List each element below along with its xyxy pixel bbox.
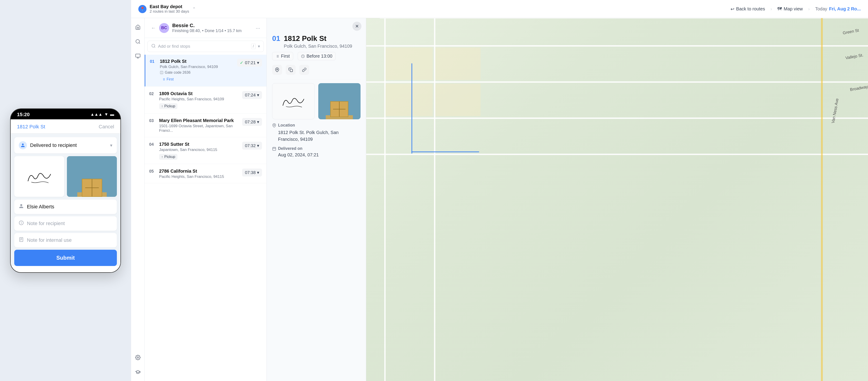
stop-number: 02: [149, 91, 156, 96]
left-sidebar: [131, 18, 145, 381]
svg-rect-31: [273, 147, 276, 151]
stop-pickup-tag: ↑ Pickup: [159, 103, 178, 109]
note-doc-icon: [19, 237, 24, 243]
link-action-btn[interactable]: [299, 65, 309, 75]
note-recipient-row[interactable]: Note for recipient: [14, 216, 117, 231]
first-label: First: [281, 54, 290, 59]
map-road-h5: [366, 154, 868, 155]
detail-top-bar: ✕: [267, 18, 366, 34]
driver-sub: Finishing 08:40, • Done 1/14 • 15.7 km: [172, 29, 252, 33]
info-circle-icon: [19, 220, 24, 227]
time-chevron-icon[interactable]: ▾: [257, 119, 259, 125]
time-chevron-icon[interactable]: ▾: [257, 170, 259, 175]
person-icon: [19, 141, 27, 149]
map-icon: 🗺: [777, 6, 782, 11]
stop-meta-row: First Before 13:00: [272, 52, 361, 60]
detail-photos-row: [272, 83, 361, 119]
pin-action-btn[interactable]: [272, 65, 282, 75]
depot-expand-icon[interactable]: ⌃: [192, 6, 196, 11]
stop-number: 05: [149, 168, 156, 174]
detail-content: 01 1812 Polk St Polk Gulch, San Francisc…: [267, 34, 366, 166]
phone-section: 15:20 ▲▲▲ ▼ ▬ 1812 Polk St Cancel: [0, 0, 131, 381]
time-chevron-icon[interactable]: ▾: [257, 143, 259, 148]
stop-time: 07:24 ▾: [242, 91, 262, 99]
location-text: 1812 Polk St. Polk Gulch, San Francisco,…: [272, 129, 361, 142]
stop-address: 1750 Sutter St: [159, 142, 239, 147]
map-block-3: [435, 47, 480, 80]
phone-time: 15:20: [17, 112, 30, 118]
top-nav-bar: 📍 East Bay depot 2 routes in last 30 day…: [131, 0, 868, 18]
phone-cancel-btn[interactable]: Cancel: [99, 124, 114, 130]
stop-item[interactable]: 02 1809 Octavia St Pacific Heights, San …: [145, 87, 267, 114]
images-row: [14, 156, 117, 197]
nav-settings-icon[interactable]: [133, 353, 143, 362]
driver-info: Bessie C. Finishing 08:40, • Done 1/14 •…: [172, 23, 252, 33]
recipient-name: Elsie Alberts: [27, 204, 54, 210]
search-placeholder: Add or find stops: [158, 44, 249, 49]
map-road-h1: [380, 18, 868, 19]
map-view-btn[interactable]: 🗺 Map view: [777, 6, 803, 11]
package-photo-box: [67, 156, 117, 197]
battery-icon: ▬: [110, 112, 114, 117]
today-label: Today: [815, 6, 827, 11]
time-chip: Before 13:00: [298, 52, 336, 60]
stop-address-block: 1812 Polk St Polk Gulch, San Francisco, …: [284, 34, 352, 49]
location-section: Location 1812 Polk St. Polk Gulch, San F…: [272, 123, 361, 142]
phone-mockup: 15:20 ▲▲▲ ▼ ▬ 1812 Polk St Cancel: [10, 108, 121, 273]
driver-back-arrow[interactable]: ←: [151, 25, 156, 31]
stop-time: 07:32 ▾: [242, 142, 262, 150]
time-chevron-icon[interactable]: ▾: [257, 60, 259, 65]
nav-monitor-icon[interactable]: [133, 52, 143, 61]
stop-details: 1809 Octavia St Pacific Heights, San Fra…: [159, 91, 239, 109]
detail-pkg-box: [330, 101, 348, 117]
driver-name: Bessie C.: [172, 23, 252, 29]
stop-sub: Pacific Heights, San Francisco, 94109: [159, 97, 239, 101]
driver-more-icon[interactable]: ···: [256, 25, 260, 31]
map-road-van-ness: [821, 18, 823, 381]
svg-rect-29: [290, 69, 293, 72]
location-label: Location: [278, 123, 295, 128]
stop-sub: Pacific Heights, San Francisco, 94115: [159, 174, 239, 179]
stops-list: 01 1812 Polk St Polk Gulch, San Francisc…: [145, 55, 267, 381]
delivery-chevron-icon[interactable]: ▾: [110, 142, 112, 148]
time-chevron-icon[interactable]: ▾: [257, 92, 259, 98]
copy-action-btn[interactable]: [286, 65, 296, 75]
package-photo-inner: [67, 156, 117, 197]
nav-search-icon[interactable]: [133, 37, 143, 46]
nav-graduation-icon[interactable]: [133, 368, 143, 377]
stop-address: 1812 Polk St: [160, 59, 234, 64]
date-value: Fri, Aug 2 Ro...: [829, 6, 861, 11]
driver-avatar: BC: [159, 23, 169, 33]
stop-sub: 1501-1699 Octavia Street, Japantown, San…: [159, 124, 239, 133]
driver-header: ← BC Bessie C. Finishing 08:40, • Done 1…: [145, 18, 267, 38]
nav-actions: ↩ Back to routes › 🗺 Map view › Today Fr…: [731, 6, 861, 12]
status-icons: ▲▲▲ ▼ ▬: [90, 112, 114, 117]
stop-header-row: 01 1812 Polk St Polk Gulch, San Francisc…: [272, 34, 361, 49]
delivery-status-row[interactable]: Delivered to recipient ▾: [14, 137, 117, 153]
delivery-status-text: Delivered to recipient: [30, 142, 77, 148]
stop-item[interactable]: 01 1812 Polk St Polk Gulch, San Francisc…: [145, 55, 267, 87]
phone-status-bar: 15:20 ▲▲▲ ▼ ▬: [11, 109, 121, 119]
phone-header: 1812 Polk St Cancel: [11, 119, 121, 133]
search-expand-icon[interactable]: ▾: [258, 44, 260, 49]
note-internal-row[interactable]: Note for internal use: [14, 233, 117, 248]
search-bar[interactable]: Add or find stops / ▾: [147, 41, 264, 52]
close-button[interactable]: ✕: [352, 22, 362, 31]
svg-line-14: [154, 47, 155, 48]
stop-details: 1750 Sutter St Japantown, San Francisco,…: [159, 142, 239, 160]
detail-panel: ✕ 01 1812 Polk St Polk Gulch, San Franci…: [267, 18, 366, 381]
nav-home-icon[interactable]: [133, 23, 143, 32]
detail-address: 1812 Polk St: [284, 34, 352, 43]
submit-button[interactable]: Submit: [14, 250, 117, 266]
stop-item[interactable]: 05 2786 California St Pacific Heights, S…: [145, 164, 267, 183]
recipient-person-icon: [19, 203, 24, 210]
signature-box: [14, 156, 64, 197]
svg-point-7: [136, 39, 140, 43]
back-to-routes-btn[interactable]: ↩ Back to routes: [731, 6, 765, 12]
stop-item[interactable]: 04 1750 Sutter St Japantown, San Francis…: [145, 138, 267, 164]
check-icon: ✓: [240, 60, 243, 65]
svg-point-28: [277, 69, 278, 70]
delivered-section: Delivered on Aug 02, 2024, 07:21: [272, 146, 361, 158]
depot-pin-icon: 📍: [138, 5, 147, 13]
stop-item[interactable]: 03 Mary Ellen Pleasant Memorial Park 150…: [145, 114, 267, 137]
